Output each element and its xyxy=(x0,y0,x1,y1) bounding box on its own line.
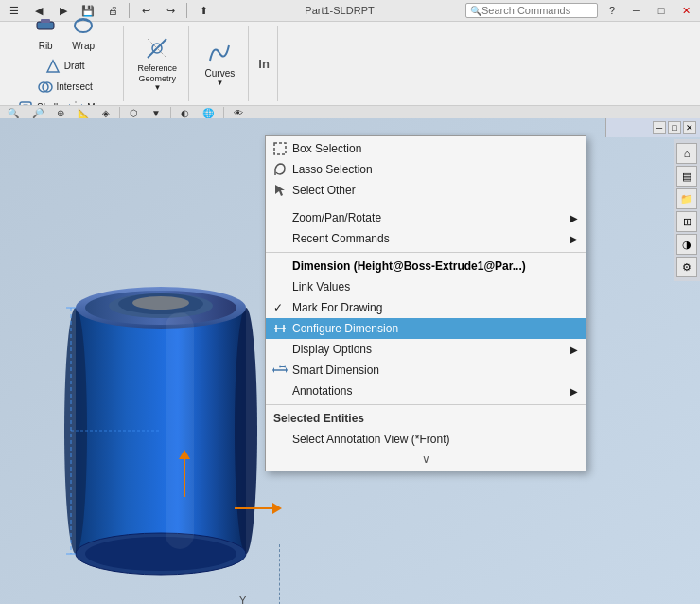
sep2 xyxy=(266,252,586,253)
menu-item-dimension-header: Dimension (Height@Boss-Extrude1@Par...) xyxy=(266,256,586,276)
panel-folder[interactable]: 📁 xyxy=(676,188,697,209)
canvas-area: X Y ─ □ ✕ ⌂ ▤ 📁 ⊞ ◑ ⚙ Box Selection xyxy=(0,118,700,604)
intersect-button[interactable]: Intersect xyxy=(33,77,96,98)
curves-icon xyxy=(206,40,233,66)
quick-access-bar: ☰ ◀ ▶ 💾 🖨 ↩ ↪ ⬆ Part1-SLDRPT 🔍 ? ─ □ ✕ xyxy=(0,0,700,22)
sub-close[interactable]: ✕ xyxy=(683,121,696,134)
ribbon-section-ref-geom: Reference Geometry ▼ xyxy=(126,26,189,101)
svg-point-2 xyxy=(75,19,92,32)
ref-geom-arrow: ▼ xyxy=(153,83,161,92)
box-selection-icon xyxy=(271,140,289,157)
panel-layers[interactable]: ▤ xyxy=(676,166,697,187)
svg-rect-24 xyxy=(166,312,194,549)
recent-commands-label: Recent Commands xyxy=(292,232,390,245)
menu-item-display-options[interactable]: Display Options ▶ xyxy=(266,339,586,360)
menu-item-lasso-selection[interactable]: Lasso Selection xyxy=(266,159,586,180)
menu-item-zoom-pan[interactable]: Zoom/Pan/Rotate ▶ xyxy=(266,207,586,228)
show-more-icon: ∨ xyxy=(422,453,430,466)
svg-marker-3 xyxy=(47,61,59,72)
ribbon-bar: Rib Wrap Draft xyxy=(0,22,700,105)
svg-marker-41 xyxy=(286,367,288,373)
search-icon: 🔍 xyxy=(470,6,481,16)
search-input[interactable] xyxy=(481,5,586,16)
wrap-button[interactable]: Wrap xyxy=(65,9,101,54)
intersect-label: Intersect xyxy=(57,81,93,92)
panel-calc[interactable]: ⊞ xyxy=(676,211,697,232)
selected-entities-header: Selected Entities xyxy=(266,408,586,429)
intersect-icon xyxy=(37,79,54,96)
y-axis-label: Y xyxy=(239,595,246,604)
panel-home[interactable]: ⌂ xyxy=(676,143,697,164)
menu-item-select-annotation-view[interactable]: Select Annotation View (*Front) xyxy=(266,429,586,450)
separator2 xyxy=(186,3,187,18)
selected-entities-label: Selected Entities xyxy=(273,412,364,425)
configure-dim-label: Configure Dimension xyxy=(292,322,398,335)
menu-item-annotations[interactable]: Annotations ▶ xyxy=(266,381,586,401)
vertical-guide xyxy=(279,544,280,604)
lasso-selection-icon xyxy=(271,161,289,178)
wrap-label: Wrap xyxy=(72,41,95,51)
help-btn[interactable]: ? xyxy=(602,0,622,21)
zoom-pan-label: Zoom/Pan/Rotate xyxy=(292,211,381,224)
display-options-arrow: ▶ xyxy=(570,345,578,355)
menu-item-select-other[interactable]: Select Other xyxy=(266,180,586,201)
close-btn[interactable]: ✕ xyxy=(675,0,696,21)
cursor-btn[interactable]: ⬆ xyxy=(193,0,214,21)
select-other-icon xyxy=(271,182,289,199)
rib-button[interactable]: Rib xyxy=(27,9,63,54)
svg-marker-30 xyxy=(272,503,282,514)
link-values-label: Link Values xyxy=(292,280,350,293)
mark-drawing-check: ✓ xyxy=(273,301,283,314)
print-btn[interactable]: 🖨 xyxy=(102,0,123,21)
select-other-label: Select Other xyxy=(292,184,356,197)
svg-point-23 xyxy=(132,296,189,310)
smart-dim-icon: ⟷ xyxy=(271,362,289,379)
dimension-header-label: Dimension (Height@Boss-Extrude1@Par...) xyxy=(292,259,526,273)
svg-line-11 xyxy=(148,39,166,58)
menu-item-mark-drawing[interactable]: ✓ Mark For Drawing xyxy=(266,297,586,318)
search-box[interactable]: 🔍 xyxy=(465,3,598,18)
sub-maximize[interactable]: □ xyxy=(668,121,681,134)
sub-window-controls: ─ □ ✕ xyxy=(605,118,700,137)
undo-btn[interactable]: ↩ xyxy=(135,0,156,21)
svg-text:⟷: ⟷ xyxy=(279,364,286,369)
ribbon-section-curves: Curves ▼ xyxy=(191,26,249,101)
annotations-arrow: ▶ xyxy=(570,386,578,397)
ref-geom-button[interactable]: Reference Geometry ▼ xyxy=(133,32,181,96)
menu-item-configure-dimension[interactable]: Configure Dimension xyxy=(266,318,586,339)
menu-item-box-selection[interactable]: Box Selection xyxy=(266,138,586,159)
sep3 xyxy=(266,404,586,405)
menu-btn[interactable]: ☰ xyxy=(4,0,25,21)
panel-settings[interactable]: ⚙ xyxy=(676,257,697,277)
svg-marker-35 xyxy=(275,185,285,196)
sub-minimize[interactable]: ─ xyxy=(653,121,666,134)
curves-arrow: ▼ xyxy=(216,79,223,87)
menu-item-smart-dimension[interactable]: ⟷ Smart Dimension xyxy=(266,360,586,381)
cylinder-svg xyxy=(57,251,284,582)
menu-show-more[interactable]: ∨ xyxy=(266,450,586,469)
draft-button[interactable]: Draft xyxy=(41,56,89,77)
minimize-btn[interactable]: ─ xyxy=(626,0,647,21)
sep1 xyxy=(266,204,586,204)
arrow-y-area xyxy=(175,450,194,500)
select-annotation-view-label: Select Annotation View (*Front) xyxy=(292,433,450,446)
toolbar-area: ☰ ◀ ▶ 💾 🖨 ↩ ↪ ⬆ Part1-SLDRPT 🔍 ? ─ □ ✕ xyxy=(0,0,700,118)
menu-item-link-values[interactable]: Link Values xyxy=(266,276,586,297)
maximize-btn[interactable]: □ xyxy=(651,0,672,21)
menu-item-recent-commands[interactable]: Recent Commands ▶ xyxy=(266,228,586,249)
svg-marker-40 xyxy=(272,367,274,373)
configure-dim-icon xyxy=(271,320,289,337)
box-selection-label: Box Selection xyxy=(292,142,361,155)
curves-button[interactable]: Curves ▼ xyxy=(199,37,240,90)
smart-dimension-label: Smart Dimension xyxy=(292,364,379,377)
svg-rect-33 xyxy=(274,143,286,154)
redo-btn[interactable]: ↪ xyxy=(160,0,181,21)
ref-geom-label: Reference Geometry xyxy=(138,63,178,84)
mark-drawing-label: Mark For Drawing xyxy=(292,301,382,314)
svg-point-18 xyxy=(85,537,236,571)
lasso-selection-label: Lasso Selection xyxy=(292,163,373,176)
svg-marker-32 xyxy=(179,450,190,459)
right-panel: ⌂ ▤ 📁 ⊞ ◑ ⚙ xyxy=(674,139,700,281)
panel-chart[interactable]: ◑ xyxy=(676,234,697,255)
ribbon-section-in: In xyxy=(251,26,278,101)
